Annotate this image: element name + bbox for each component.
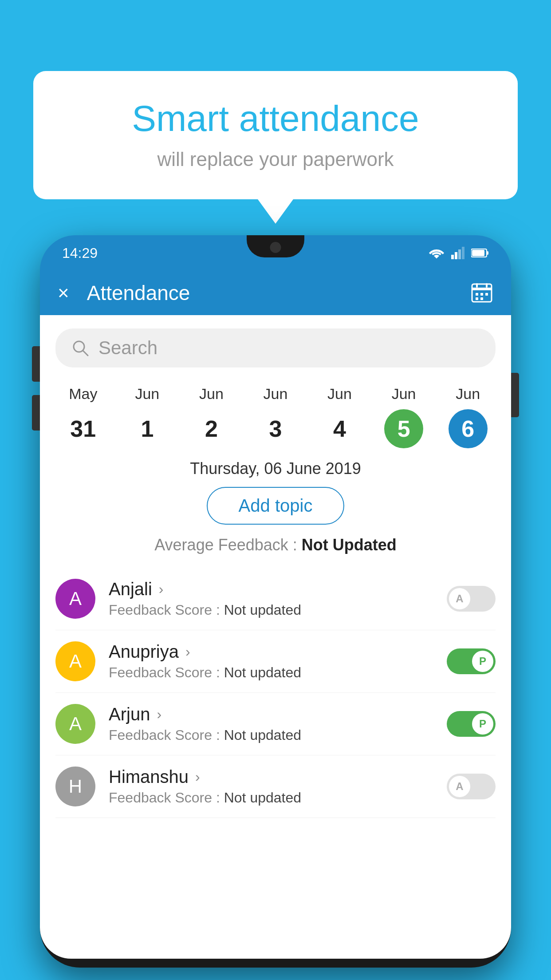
day-number-label: 2 <box>192 409 231 448</box>
svg-rect-12 <box>480 293 483 296</box>
chevron-right-icon: › <box>157 706 161 723</box>
battery-icon <box>471 248 489 258</box>
day-number-label: 3 <box>256 409 295 448</box>
student-item[interactable]: AArjun ›Feedback Score : Not updatedP <box>55 693 496 755</box>
app-header: × Attendance <box>40 271 511 315</box>
student-avatar: A <box>55 704 95 744</box>
avg-feedback: Average Feedback : Not Updated <box>40 536 511 554</box>
calendar-day[interactable]: Jun6 <box>449 385 488 448</box>
speech-bubble-subtitle: will replace your paperwork <box>69 148 482 170</box>
svg-rect-14 <box>476 297 478 300</box>
chevron-right-icon: › <box>185 644 190 660</box>
day-number-label: 6 <box>449 409 488 448</box>
svg-rect-10 <box>486 283 488 288</box>
student-avatar: A <box>55 641 95 681</box>
search-icon <box>71 339 90 357</box>
day-month-label: Jun <box>392 385 416 403</box>
student-name: Himanshu › <box>109 767 433 787</box>
status-icons <box>429 247 489 259</box>
toggle-knob: P <box>472 651 493 672</box>
svg-rect-11 <box>476 293 478 296</box>
status-time: 14:29 <box>62 245 98 261</box>
close-button[interactable]: × <box>58 282 69 304</box>
day-month-label: Jun <box>199 385 224 403</box>
day-month-label: May <box>69 385 97 403</box>
student-name: Anupriya › <box>109 642 433 662</box>
volume-button <box>32 346 40 382</box>
student-item[interactable]: HHimanshu ›Feedback Score : Not updatedA <box>55 755 496 818</box>
svg-rect-2 <box>458 249 461 259</box>
day-month-label: Jun <box>327 385 352 403</box>
search-input[interactable]: Search <box>98 337 157 359</box>
wifi-icon <box>429 247 445 259</box>
chevron-right-icon: › <box>159 581 164 597</box>
header-title: Attendance <box>87 281 190 305</box>
student-list: AAnjali ›Feedback Score : Not updatedAAA… <box>40 568 511 818</box>
day-month-label: Jun <box>135 385 159 403</box>
phone-notch <box>247 235 304 257</box>
day-number-label: 5 <box>384 409 423 448</box>
front-camera <box>270 242 281 253</box>
speech-bubble-arrow <box>258 199 293 224</box>
day-number-label: 1 <box>128 409 167 448</box>
toggle-knob: P <box>472 713 493 735</box>
day-number-label: 31 <box>63 409 102 448</box>
attendance-toggle[interactable]: A <box>447 774 496 799</box>
avg-feedback-label: Average Feedback : <box>154 536 302 554</box>
student-feedback: Feedback Score : Not updated <box>109 664 433 681</box>
feedback-value: Not updated <box>224 602 301 618</box>
speech-bubble-container: Smart attendance will replace your paper… <box>33 71 518 224</box>
attendance-toggle[interactable]: P <box>447 711 496 737</box>
phone-frame: 14:29 <box>40 235 511 968</box>
chevron-right-icon: › <box>195 769 200 785</box>
student-avatar: H <box>55 767 95 806</box>
calendar-day[interactable]: Jun2 <box>192 385 231 448</box>
student-name: Anjali › <box>109 579 433 599</box>
calendar-day[interactable]: May31 <box>63 385 102 448</box>
calendar-day[interactable]: Jun4 <box>320 385 359 448</box>
calendar-icon[interactable] <box>470 281 493 305</box>
toggle-knob: A <box>449 776 470 797</box>
student-info: Himanshu ›Feedback Score : Not updated <box>109 767 433 806</box>
student-avatar: A <box>55 579 95 619</box>
svg-rect-15 <box>480 297 483 300</box>
signal-icon <box>451 247 464 259</box>
student-info: Arjun ›Feedback Score : Not updated <box>109 704 433 743</box>
student-feedback: Feedback Score : Not updated <box>109 727 433 743</box>
calendar-day[interactable]: Jun5 <box>384 385 423 448</box>
toggle-knob: A <box>449 588 470 609</box>
student-feedback: Feedback Score : Not updated <box>109 790 433 806</box>
calendar-strip: May31Jun1Jun2Jun3Jun4Jun5Jun6 <box>40 379 511 448</box>
search-bar[interactable]: Search <box>55 328 496 368</box>
student-item[interactable]: AAnjali ›Feedback Score : Not updatedA <box>55 568 496 630</box>
svg-rect-5 <box>487 251 488 255</box>
svg-rect-0 <box>451 255 454 259</box>
student-name: Arjun › <box>109 704 433 724</box>
attendance-toggle[interactable]: A <box>447 586 496 612</box>
svg-rect-8 <box>472 288 492 290</box>
add-topic-button[interactable]: Add topic <box>207 487 345 525</box>
attendance-toggle[interactable]: P <box>447 648 496 674</box>
feedback-value: Not updated <box>224 790 301 806</box>
svg-line-17 <box>83 351 88 356</box>
student-info: Anupriya ›Feedback Score : Not updated <box>109 642 433 681</box>
svg-rect-3 <box>462 247 464 259</box>
phone-container: 14:29 <box>40 235 511 980</box>
avg-feedback-value: Not Updated <box>302 536 397 554</box>
student-feedback: Feedback Score : Not updated <box>109 602 433 618</box>
speech-bubble: Smart attendance will replace your paper… <box>33 71 518 199</box>
svg-rect-13 <box>485 293 488 296</box>
feedback-value: Not updated <box>224 727 301 743</box>
selected-date-label: Thursday, 06 June 2019 <box>40 459 511 478</box>
svg-rect-6 <box>472 250 484 256</box>
calendar-day[interactable]: Jun1 <box>128 385 167 448</box>
volume-button-2 <box>32 395 40 431</box>
app-content: Search May31Jun1Jun2Jun3Jun4Jun5Jun6 Thu… <box>40 315 511 959</box>
calendar-day[interactable]: Jun3 <box>256 385 295 448</box>
day-month-label: Jun <box>264 385 288 403</box>
svg-rect-1 <box>455 252 457 259</box>
student-item[interactable]: AAnupriya ›Feedback Score : Not updatedP <box>55 630 496 693</box>
student-info: Anjali ›Feedback Score : Not updated <box>109 579 433 618</box>
feedback-value: Not updated <box>224 664 301 680</box>
day-number-label: 4 <box>320 409 359 448</box>
